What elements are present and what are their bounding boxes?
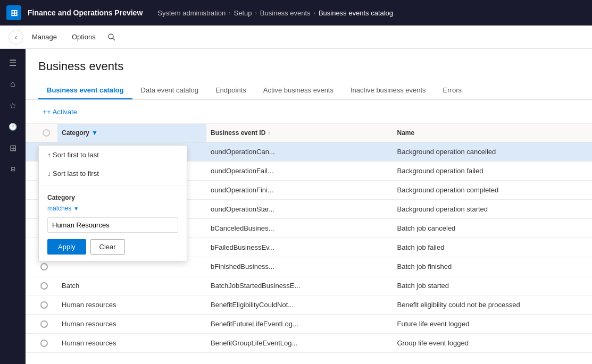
sort-desc-item[interactable]: ↓ Sort last to first (39, 164, 187, 183)
apply-button[interactable]: Apply (47, 239, 86, 255)
breadcrumb-system-admin[interactable]: System administration (157, 9, 226, 17)
row-name: Background operation completed (393, 181, 580, 199)
row-name: Batch job canceled (393, 219, 580, 238)
th-category-label: Category (62, 129, 89, 137)
table-row[interactable]: Human resources BenefitEligibilityCouldN… (26, 295, 592, 315)
th-event-id[interactable]: Business event ID ↑ (206, 124, 393, 142)
app-icon-symbol: ⊞ (11, 8, 18, 18)
table-row[interactable]: Human resources BenefitFutureLifeEventLo… (26, 315, 592, 334)
th-event-id-label: Business event ID (211, 129, 265, 137)
row-name: Background operation failed (393, 162, 580, 180)
row-event-id: oundOperationFail... (206, 162, 393, 180)
row-event-id: bFinishedBusiness... (206, 257, 393, 276)
row-radio[interactable] (40, 301, 48, 309)
row-event-id: BenefitEligibilityCouldNot... (206, 295, 393, 314)
manage-button[interactable]: Manage (26, 31, 63, 43)
row-event-id: oundOperationFini... (206, 181, 393, 199)
filter-category-label: Category (47, 194, 178, 201)
tab-business-event-catalog[interactable]: Business event catalog (38, 82, 132, 99)
row-event-id: BenefitGroupLifeEventLog... (206, 334, 393, 352)
search-icon (107, 33, 116, 41)
sidebar-recent-icon[interactable]: 🕐 (3, 117, 22, 136)
row-radio-cell (38, 276, 57, 295)
activate-button[interactable]: + + Activate (38, 105, 81, 118)
sidebar-menu-icon[interactable]: ☰ (3, 53, 22, 72)
row-radio-cell (38, 295, 57, 314)
row-event-id: oundOperationStar... (206, 200, 393, 218)
row-radio[interactable] (40, 320, 48, 328)
row-name: Batch job started (393, 276, 580, 295)
tab-active-business-events[interactable]: Active business events (255, 82, 342, 99)
filter-divider (39, 185, 187, 185)
page-header: Business events Business event catalog D… (26, 49, 592, 100)
activate-label: + Activate (47, 108, 77, 116)
svg-line-1 (112, 38, 114, 40)
row-category: Human resources (57, 334, 206, 352)
row-event-id: bFailedBusinessEv... (206, 238, 393, 257)
breadcrumb-business-events[interactable]: Business events (260, 9, 311, 17)
header-radio[interactable] (43, 129, 50, 137)
row-event-id: BenefitFutureLifeEventLog... (206, 315, 393, 333)
breadcrumb-setup[interactable]: Setup (234, 9, 252, 17)
back-button[interactable]: ‹ (9, 30, 23, 45)
row-radio[interactable] (40, 340, 48, 347)
event-id-sort-icon: ↑ (268, 130, 270, 136)
action-bar: + + Activate (26, 100, 592, 124)
category-filter-popup: ↑ Sort first to last ↓ Sort last to firs… (38, 145, 187, 261)
sort-desc-label: ↓ Sort last to first (47, 170, 99, 177)
row-radio-cell (38, 334, 57, 352)
row-name: Group life event logged (393, 334, 580, 352)
filter-buttons: Apply Clear (47, 239, 178, 255)
breadcrumb-catalog: Business events catalog (319, 9, 393, 17)
row-event-id: bCanceledBusines... (206, 219, 393, 238)
table-header: Category ▼ Business event ID ↑ Name (26, 124, 592, 142)
search-button[interactable] (104, 30, 119, 45)
sidebar-favorites-icon[interactable]: ☆ (3, 96, 22, 115)
app-title: Finance and Operations Preview (28, 9, 151, 17)
sidebar-home-icon[interactable]: ⌂ (3, 74, 22, 94)
filter-matches-dropdown-icon[interactable]: ▼ (73, 206, 79, 211)
row-category: Batch (57, 276, 206, 295)
th-name[interactable]: Name (393, 124, 580, 142)
app-icon[interactable]: ⊞ (6, 5, 21, 20)
table-row[interactable]: Batch BatchJobStartedBusinessE... Batch … (26, 276, 592, 295)
table-area: Category ▼ Business event ID ↑ Name ↑ So… (26, 124, 592, 364)
page-title: Business events (38, 60, 579, 73)
row-name: Future life event logged (393, 315, 580, 333)
activate-icon: + (43, 107, 47, 116)
row-name: Batch job finished (393, 257, 580, 276)
top-bar: ⊞ Finance and Operations Preview System … (0, 0, 592, 26)
secondary-toolbar: ‹ Manage Options (0, 26, 592, 49)
row-name: Background operation started (393, 200, 580, 218)
table-row[interactable]: Human resources BenefitGroupLifeEventLog… (26, 334, 592, 353)
filter-input[interactable] (47, 217, 178, 233)
sidebar-workspaces-icon[interactable]: ⊞ (3, 138, 22, 157)
row-name: Batch job failed (393, 238, 580, 257)
row-name: Background operation cancelled (393, 142, 580, 161)
tab-bar: Business event catalog Data event catalo… (26, 82, 592, 100)
tab-errors[interactable]: Errors (435, 82, 470, 99)
tab-endpoints[interactable]: Endpoints (207, 82, 255, 99)
sort-asc-item[interactable]: ↑ Sort first to last (39, 146, 187, 164)
breadcrumb-sep-1: › (229, 10, 230, 16)
tab-data-event-catalog[interactable]: Data event catalog (132, 82, 207, 99)
th-category[interactable]: Category ▼ (57, 124, 206, 142)
row-radio[interactable] (40, 263, 48, 270)
clear-button[interactable]: Clear (90, 239, 125, 255)
options-button[interactable]: Options (65, 31, 102, 43)
row-radio[interactable] (40, 282, 48, 290)
row-event-id: oundOperationCan... (206, 142, 393, 161)
th-radio (38, 124, 57, 142)
breadcrumb-sep-2: › (255, 10, 257, 16)
tab-inactive-business-events[interactable]: Inactive business events (342, 82, 435, 99)
sort-asc-label: ↑ Sort first to last (47, 151, 99, 159)
breadcrumb-sep-3: › (314, 10, 315, 16)
main-layout: ☰ ⌂ ☆ 🕐 ⊞ ⊟ Business events Business eve… (0, 49, 592, 364)
row-event-id: BatchJobStartedBusinessE... (206, 276, 393, 295)
filter-matches-link[interactable]: matches (47, 205, 71, 212)
row-category: Human resources (57, 315, 206, 333)
breadcrumb: System administration › Setup › Business… (157, 9, 393, 17)
filter-matches-row: matches ▼ (47, 205, 178, 212)
th-name-label: Name (397, 129, 415, 137)
sidebar-modules-icon[interactable]: ⊟ (3, 159, 22, 179)
